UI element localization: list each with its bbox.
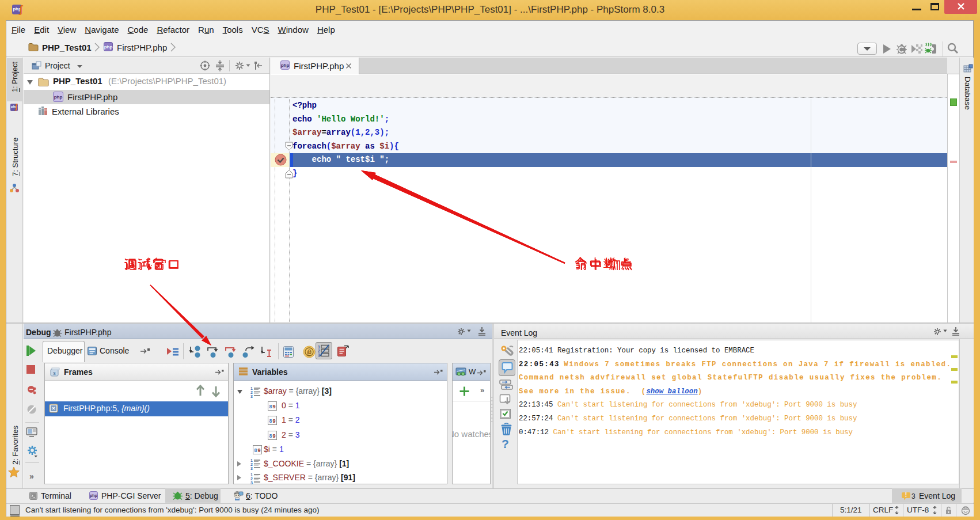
svg-text:8: 8 [269,418,272,424]
svg-text:9: 9 [273,404,276,409]
svg-text:2: 2 [250,390,253,394]
svg-text:3: 3 [250,481,253,484]
svg-text:9: 9 [273,433,276,439]
svg-text:1: 1 [250,473,253,477]
svg-text:3: 3 [250,466,253,470]
svg-text:8: 8 [269,433,272,439]
svg-text:9: 9 [273,418,276,424]
svg-text:9: 9 [258,447,261,453]
svg-text:1: 1 [250,386,253,390]
svg-text:8: 8 [269,404,272,409]
svg-text:!: ! [905,492,907,498]
svg-text:1: 1 [250,458,253,462]
svg-text:2: 2 [250,462,253,466]
svg-text:2: 2 [250,477,253,481]
svg-text:3: 3 [250,394,253,398]
svg-text:8: 8 [255,447,257,453]
svg-text:s: s [53,370,56,376]
